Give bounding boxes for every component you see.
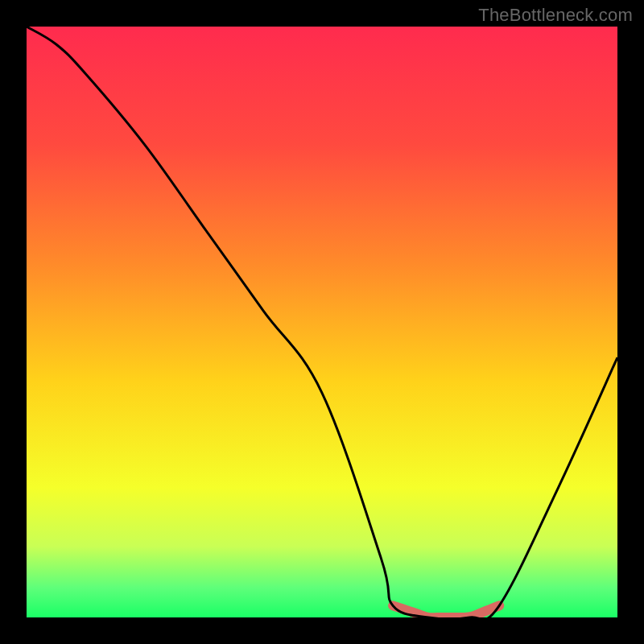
plot-background — [27, 27, 617, 617]
watermark-text: TheBottleneck.com — [478, 5, 633, 26]
bottleneck-chart — [0, 0, 644, 644]
